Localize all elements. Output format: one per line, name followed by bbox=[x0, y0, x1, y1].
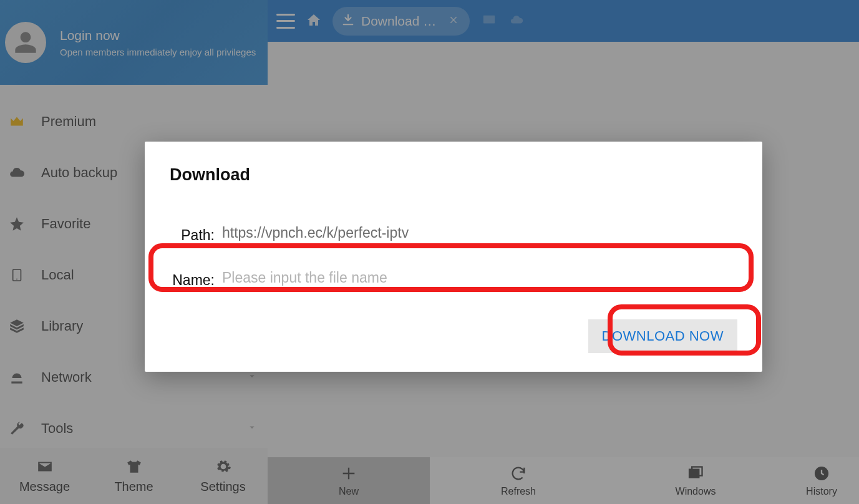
path-row: Path: bbox=[170, 222, 737, 245]
download-modal: Download Path: Name: DOWNLOAD NOW bbox=[145, 142, 762, 372]
modal-title: Download bbox=[170, 165, 737, 185]
name-row: Name: bbox=[170, 267, 737, 289]
path-label: Path: bbox=[170, 227, 218, 245]
path-input[interactable] bbox=[218, 222, 737, 245]
name-input[interactable] bbox=[218, 267, 737, 289]
download-now-button[interactable]: DOWNLOAD NOW bbox=[588, 319, 737, 353]
name-label: Name: bbox=[170, 272, 218, 289]
modal-actions: DOWNLOAD NOW bbox=[170, 319, 737, 353]
